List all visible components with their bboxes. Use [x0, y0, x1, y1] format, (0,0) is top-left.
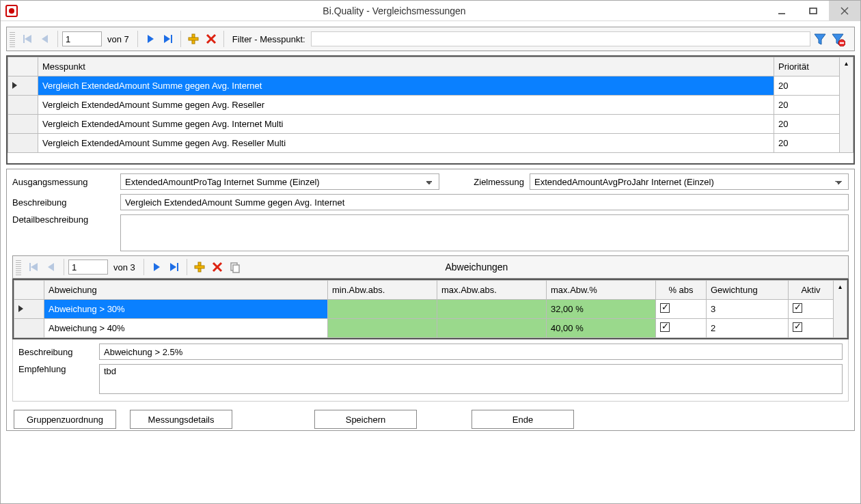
scrollbar-up-icon[interactable]: ▴	[834, 281, 847, 338]
separator	[223, 31, 224, 47]
add-button[interactable]	[191, 259, 208, 275]
copy-button[interactable]	[227, 259, 243, 275]
detailbeschreibung-textarea[interactable]	[120, 214, 849, 251]
checkbox-icon[interactable]	[793, 303, 802, 313]
nav-first-button[interactable]	[19, 31, 36, 47]
cell-messpunkt[interactable]: Vergleich ExtendedAmount Summe gegen Avg…	[38, 96, 774, 115]
cell-max-abs[interactable]	[437, 319, 547, 338]
beschreibung-input[interactable]	[120, 194, 849, 210]
col-max-abs[interactable]: max.Abw.abs.	[437, 281, 547, 300]
minimize-button[interactable]	[766, 1, 797, 21]
ausgangsmessung-select[interactable]: ExtendedAmountProTag Internet Summe (Ein…	[120, 173, 439, 190]
add-button[interactable]	[185, 31, 202, 47]
cell-max-abs[interactable]	[437, 300, 547, 319]
messungsdetails-button[interactable]: Messungsdetails	[130, 410, 232, 429]
filter-clear-button[interactable]	[830, 31, 846, 47]
table-row[interactable]: Vergleich ExtendedAmount Summe gegen Avg…	[8, 134, 853, 153]
cell-pct-abs[interactable]	[656, 300, 707, 319]
nav-next-button[interactable]	[148, 259, 165, 275]
col-pct-abs[interactable]: % abs	[656, 281, 707, 300]
speichern-button[interactable]: Speichern	[314, 410, 417, 429]
abweichungen-title: Abweichungen	[245, 262, 845, 272]
cell-min-abs[interactable]	[328, 300, 437, 319]
col-max-pct[interactable]: max.Abw.%	[547, 281, 656, 300]
delete-button[interactable]	[209, 259, 226, 275]
row-indicator-icon	[8, 76, 38, 96]
svg-rect-6	[23, 35, 25, 43]
cell-max-pct[interactable]: 40,00 %	[547, 319, 656, 338]
table-row[interactable]: Vergleich ExtendedAmount Summe gegen Avg…	[8, 76, 853, 96]
nav-first-button[interactable]	[25, 259, 42, 275]
checkbox-icon[interactable]	[660, 322, 670, 332]
separator	[137, 31, 138, 47]
maximize-button[interactable]	[797, 1, 829, 21]
abweichung-grid[interactable]: Abweichung min.Abw.abs. max.Abw.abs. max…	[12, 279, 849, 339]
record-number-input[interactable]	[68, 260, 108, 275]
cell-pct-abs[interactable]	[656, 319, 707, 338]
filter-input[interactable]	[311, 31, 810, 46]
cell-gewichtung[interactable]: 2	[707, 319, 789, 338]
label-ausgangsmessung: Ausgangsmessung	[12, 177, 115, 187]
messpunkt-grid[interactable]: Messpunkt Priorität ▴ Vergleich Extended…	[6, 55, 855, 165]
table-row[interactable]: Abweichung > 40% 40,00 % 2	[14, 319, 847, 338]
delete-button[interactable]	[203, 31, 219, 47]
col-prioritaet[interactable]: Priorität	[774, 57, 840, 76]
svg-rect-23	[177, 263, 178, 271]
cell-abweichung[interactable]: Abweichung > 30%	[44, 300, 328, 319]
col-abweichung[interactable]: Abweichung	[44, 281, 328, 300]
svg-rect-25	[195, 266, 204, 268]
record-number-input[interactable]	[62, 31, 102, 46]
svg-rect-29	[233, 265, 239, 272]
cell-prioritaet[interactable]: 20	[774, 115, 840, 134]
ende-button[interactable]: Ende	[472, 410, 574, 429]
col-gewichtung[interactable]: Gewichtung	[707, 281, 789, 300]
gruppenzuordnung-button[interactable]: Gruppenzuordnung	[14, 410, 116, 429]
cell-messpunkt[interactable]: Vergleich ExtendedAmount Summe gegen Avg…	[38, 76, 774, 96]
beschreibung2-input[interactable]	[99, 344, 843, 360]
cell-messpunkt[interactable]: Vergleich ExtendedAmount Summe gegen Avg…	[38, 134, 774, 153]
cell-messpunkt[interactable]: Vergleich ExtendedAmount Summe gegen Avg…	[38, 115, 774, 134]
table-row[interactable]: Vergleich ExtendedAmount Summe gegen Avg…	[8, 115, 853, 134]
app-window: Bi.Quality - Vergleichsmessungen von 7 F…	[0, 0, 861, 504]
label-detailbeschreibung: Detailbeschreibung	[12, 214, 115, 225]
nav-last-button[interactable]	[166, 259, 182, 275]
cell-aktiv[interactable]	[789, 300, 834, 319]
separator	[64, 259, 64, 275]
toolbar-grip-icon	[16, 259, 21, 275]
cell-aktiv[interactable]	[789, 319, 834, 338]
detail-form: Ausgangsmessung ExtendedAmountProTag Int…	[6, 169, 855, 431]
nav-last-button[interactable]	[160, 31, 176, 47]
svg-point-1	[9, 8, 14, 14]
cell-prioritaet[interactable]: 20	[774, 96, 840, 115]
zielmessung-select[interactable]: ExtendedAmountAvgProJahr Internet (Einze…	[530, 173, 849, 190]
svg-marker-19	[31, 263, 38, 271]
separator	[187, 259, 187, 275]
nav-prev-button[interactable]	[37, 31, 53, 47]
col-aktiv[interactable]: Aktiv	[789, 281, 834, 300]
filter-apply-button[interactable]	[812, 31, 828, 47]
empfehlung-textarea[interactable]: tbd	[99, 364, 843, 394]
nav-next-button[interactable]	[142, 31, 159, 47]
bottom-button-bar: Gruppenzuordnung Messungsdetails Speiche…	[12, 406, 849, 430]
svg-marker-7	[25, 35, 31, 43]
cell-prioritaet[interactable]: 20	[774, 134, 840, 153]
checkbox-icon[interactable]	[793, 322, 802, 332]
checkbox-icon[interactable]	[660, 303, 670, 313]
cell-prioritaet[interactable]: 20	[774, 76, 840, 96]
navigator-abweichungen: von 3 Abweichungen	[12, 255, 849, 279]
scrollbar-up-icon[interactable]: ▴	[840, 57, 853, 153]
table-row[interactable]: Vergleich ExtendedAmount Summe gegen Avg…	[8, 96, 853, 115]
row-indicator	[8, 134, 38, 153]
cell-gewichtung[interactable]: 3	[707, 300, 789, 319]
col-messpunkt[interactable]: Messpunkt	[38, 57, 774, 76]
close-button[interactable]	[829, 1, 860, 21]
cell-min-abs[interactable]	[328, 319, 437, 338]
nav-prev-button[interactable]	[43, 259, 59, 275]
svg-marker-20	[48, 263, 54, 271]
col-min-abs[interactable]: min.Abw.abs.	[328, 281, 437, 300]
row-header-corner	[14, 281, 44, 300]
cell-abweichung[interactable]: Abweichung > 40%	[44, 319, 328, 338]
cell-max-pct[interactable]: 32,00 %	[547, 300, 656, 319]
table-row[interactable]: Abweichung > 30% 32,00 % 3	[14, 300, 847, 319]
row-indicator	[8, 96, 38, 115]
